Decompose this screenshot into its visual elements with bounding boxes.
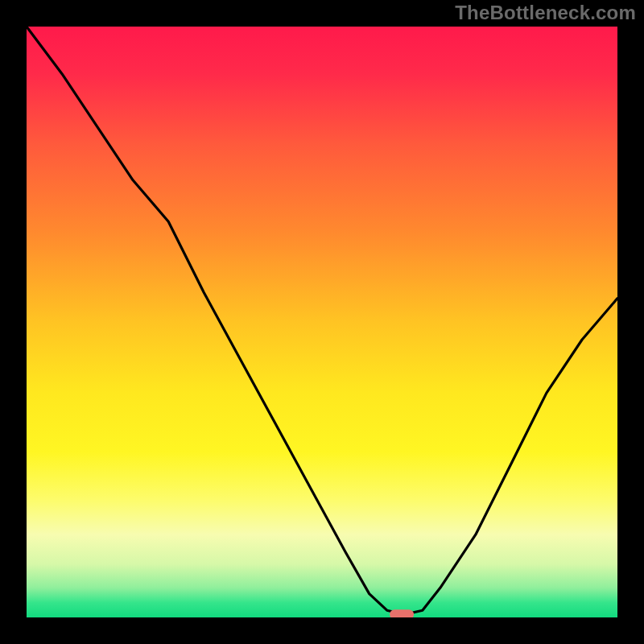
optimal-point-marker [390,609,414,617]
gradient-background [27,27,617,617]
bottleneck-plot [27,27,617,617]
chart-frame: TheBottleneck.com [0,0,644,644]
watermark-text: TheBottleneck.com [455,2,636,24]
